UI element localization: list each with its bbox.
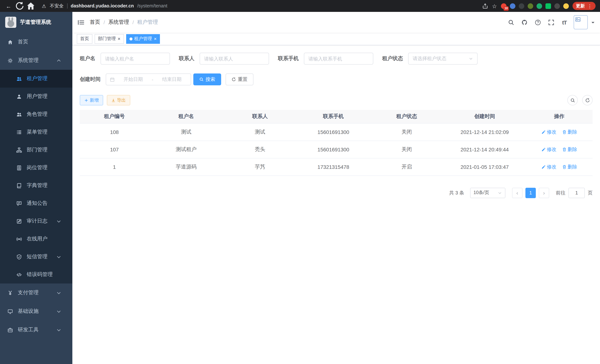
toggle-search-button[interactable] [567,95,578,105]
breadcrumb-separator: / [103,19,105,25]
date-range-picker[interactable]: 开始日期 - 结束日期 [106,74,191,85]
next-page-button[interactable]: › [539,187,549,198]
extension-icon[interactable]: 10 [501,3,506,9]
cell-status: 关闭 [370,141,443,158]
cell-status: 开启 [370,158,443,176]
field-input[interactable] [308,56,369,61]
close-icon[interactable]: × [118,36,120,41]
tab-0[interactable]: 首页 [77,34,92,44]
breadcrumb-item[interactable]: 系统管理 [108,19,129,26]
breadcrumb-item[interactable]: 首页 [90,19,100,26]
sidebar-item-4[interactable]: 角色管理 [0,105,72,123]
cell-phone: 17321315478 [297,158,370,176]
sidebar-item-15[interactable]: 基础设施 [0,302,72,321]
edit-link[interactable]: 修改 [541,129,556,135]
kebab-menu-icon[interactable]: ⋮ [587,3,592,9]
field-input-box [304,53,373,65]
extension-icon[interactable] [545,3,551,9]
fullscreen-icon[interactable] [545,17,557,28]
back-icon[interactable]: ← [4,1,13,11]
address-bar[interactable]: ⚠ 不安全 dashboard.yudao.iocoder.cn/system/… [37,3,481,9]
delete-link[interactable]: 删除 [562,146,577,153]
field-input[interactable] [204,56,264,61]
sidebar-item-label: 基础设施 [18,308,38,315]
sidebar-item-0[interactable]: 首页 [0,33,72,51]
extension-icon[interactable] [536,3,542,9]
export-button[interactable]: 导出 [107,95,130,105]
edit-label: 修改 [547,146,556,153]
dept-icon [16,147,22,153]
extension-icon[interactable] [563,3,569,9]
sidebar-item-3[interactable]: 用户管理 [0,88,72,105]
reload-icon[interactable] [15,1,25,11]
refresh-icon [232,77,236,82]
field-input[interactable] [105,56,166,61]
tab-1[interactable]: 部门管理× [95,34,124,44]
sidebar-item-8[interactable]: 字典管理 [0,177,72,195]
edit-icon [541,147,546,152]
sidebar-item-9[interactable]: 通知公告 [0,195,72,212]
font-size-icon[interactable]: tT [559,17,570,28]
field-select[interactable]: 请选择租户状态 [408,53,478,65]
tabs-bar: 首页部门管理×租户管理× [72,33,600,45]
table-toolbar: 新增 导出 [80,95,593,105]
sidebar-item-label: 角色管理 [27,111,47,118]
sidebar-item-7[interactable]: 岗位管理 [0,159,72,177]
prev-page-button[interactable]: ‹ [512,187,523,198]
delete-link[interactable]: 删除 [562,163,577,170]
sidebar-item-6[interactable]: 部门管理 [0,141,72,159]
page-size-select[interactable]: 10条/页 [470,187,505,198]
chevron-down-icon[interactable] [591,22,594,25]
cell-phone: 15601691300 [297,123,370,141]
search-button[interactable]: 搜索 [193,74,221,85]
sidebar: 芋道管理系统 首页系统管理租户管理用户管理角色管理菜单管理部门管理岗位管理字典管… [0,12,72,364]
extension-icon[interactable] [519,3,524,9]
page-number-button[interactable]: 1 [525,187,536,198]
add-button[interactable]: 新增 [80,95,103,105]
reset-button-label: 重置 [238,76,247,83]
extension-icon[interactable] [510,3,516,9]
browser-update-button[interactable]: 更新 ⋮ [572,2,596,10]
help-icon[interactable] [532,17,543,28]
sidebar-item-label: 菜单管理 [27,129,47,135]
cell-created: 2021-12-14 20:49:44 [443,141,526,158]
github-icon[interactable] [519,17,530,28]
home-icon[interactable] [26,1,36,11]
app-logo[interactable]: 芋道管理系统 [0,12,72,33]
infra-icon [7,308,13,314]
share-icon[interactable] [482,3,488,9]
notice-icon [16,201,22,206]
tab-2[interactable]: 租户管理× [126,34,160,44]
delete-link[interactable]: 删除 [562,129,577,135]
filter-field-3: 租户状态请选择租户状态 [382,53,478,65]
goto-label: 前往 [556,189,565,196]
sidebar-item-11[interactable]: 在线用户 [0,230,72,248]
sidebar-item-14[interactable]: 支付管理 [0,283,72,302]
cell-created: 2021-01-05 17:03:47 [443,158,526,176]
sidebar-toggle[interactable] [78,19,84,25]
bookmark-star-icon[interactable]: ☆ [492,3,497,9]
refresh-table-button[interactable] [582,95,593,105]
sidebar-item-2[interactable]: 租户管理 [0,70,72,88]
sidebar-item-12[interactable]: 短信管理 [0,248,72,266]
sidebar-item-label: 短信管理 [27,253,47,260]
edit-link[interactable]: 修改 [541,146,556,153]
extension-icon[interactable] [528,3,533,9]
avatar[interactable] [574,15,588,29]
sidebar-item-1[interactable]: 系统管理 [0,51,72,70]
code-icon [16,272,22,277]
chevron-down-icon [56,218,62,224]
search-icon[interactable] [505,17,516,28]
reset-button[interactable]: 重置 [225,74,253,85]
sidebar-item-16[interactable]: 研发工具 [0,321,72,339]
chevron-down-icon [56,327,62,333]
extension-icon[interactable] [554,3,560,9]
column-header: 租户编号 [80,110,149,123]
sidebar-item-13[interactable]: 错误码管理 [0,266,72,283]
tab-label: 首页 [80,36,89,42]
close-icon[interactable]: × [154,36,157,41]
edit-link[interactable]: 修改 [541,163,556,170]
sidebar-item-10[interactable]: 审计日志 [0,212,72,230]
sidebar-item-5[interactable]: 菜单管理 [0,123,72,141]
goto-page-input[interactable] [568,187,585,198]
